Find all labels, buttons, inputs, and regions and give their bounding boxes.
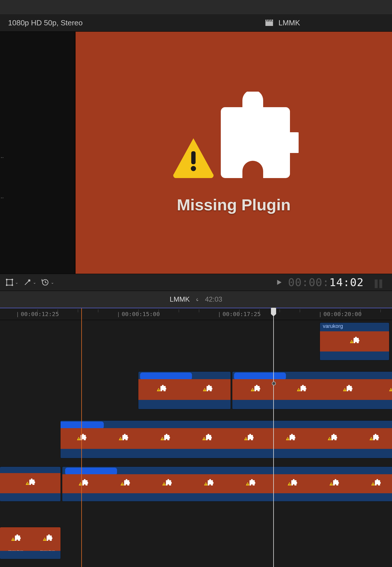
missing-plugin-graphic [287,479,297,485]
clip-audio-lane[interactable] [138,400,231,409]
transform-icon [6,279,13,286]
ruler-mark[interactable]: 00:00:12:25 [17,308,59,320]
timeline-clip[interactable]: varukorgMissing PluginMissing Plugin [320,323,389,360]
timeline-duration: 42:03 [205,295,222,303]
timeline-clip[interactable]: Missing PluginMissing PluginMissing Plug… [62,467,392,501]
timeline-clip[interactable]: Missing PluginMissing Plugin [0,527,61,559]
warning-icon [169,135,218,178]
missing-plugin-graphic [329,479,339,485]
app-titlebar [0,0,392,14]
ellipsis-icon: .. [1,193,4,200]
timeline-clip[interactable]: Missing PluginMissing PluginMissing Plug… [138,372,231,409]
wand-icon [24,279,31,286]
play-button[interactable] [275,279,283,286]
audio-meters[interactable] [375,277,386,288]
timeline-header: ‹ LMMK ⌄ 42:03 [0,291,392,308]
missing-plugin-graphic [120,479,130,485]
missing-plugin-graphic [286,434,295,440]
clip-audio-lane[interactable] [0,551,61,559]
ruler-mark[interactable]: 00:00:15:00 [118,308,160,320]
missing-plugin-graphic [297,385,306,391]
viewer-canvas[interactable]: Missing Plugin [75,32,392,274]
missing-plugin-graphic [43,534,52,540]
project-name: LMMK [278,18,300,27]
missing-plugin-graphic [169,92,299,178]
ruler-mark[interactable]: 00:00:20:00 [320,308,361,320]
timecode-display[interactable]: 00:00:14:02 [288,276,364,289]
missing-plugin-graphic [369,434,379,440]
timeline-clip[interactable]: Missing PluginMissing Plugin [0,467,61,501]
missing-plugin-graphic [203,385,212,391]
puzzle-icon [212,92,299,178]
missing-plugin-graphic [250,385,260,391]
clip-thumbnails: Missing PluginMissing Plugin [0,473,61,493]
clip-audio-lane[interactable] [0,493,61,501]
ellipsis-icon: .. [1,153,4,159]
transport-bar: ⌄ ⌄ ⌄ 00:00:14:02 [0,274,392,291]
clip-thumbnails: Missing PluginMissing Plugin [0,527,61,551]
chevron-down-icon: ⌄ [51,280,54,285]
clip-audio-lane[interactable] [61,449,392,458]
timeline[interactable]: 00:00:12:2500:00:15:0000:00:17:2500:00:2… [0,308,392,567]
missing-plugin-graphic [78,479,88,485]
missing-plugin-graphic [157,385,166,391]
clip-audio-lane[interactable] [62,493,392,501]
timeline-clip[interactable]: Missing PluginMissing PluginMissing Plug… [232,372,392,409]
ruler-label: 00:00:15:00 [122,311,160,317]
clapper-icon [265,20,273,26]
missing-plugin-graphic [118,434,128,440]
timecode-prefix: 00:00: [288,276,329,289]
playhead[interactable] [273,308,274,567]
ruler-label: 00:00:12:25 [21,311,59,317]
missing-plugin-graphic [350,337,359,343]
viewer-left-gutter: .. .. [0,32,75,274]
missing-plugin-graphic [389,385,392,391]
clip-title: varukorg [320,323,389,331]
missing-plugin-graphic [204,479,214,485]
timeline-back-button[interactable]: ‹ [196,296,198,303]
edit-point-marker[interactable] [272,381,276,385]
ruler-label: 00:00:20:00 [323,311,361,317]
chevron-down-icon: ⌄ [33,280,36,285]
missing-plugin-graphic [244,434,254,440]
clip-thumbnails: Missing PluginMissing PluginMissing Plug… [232,379,392,400]
clip-thumbnails: Missing PluginMissing PluginMissing Plug… [61,428,392,449]
missing-plugin-graphic [162,479,172,485]
clip-audio-lane[interactable] [320,351,389,360]
clip-thumbnails: Missing PluginMissing PluginMissing Plug… [138,379,231,400]
missing-plugin-label: Missing Plugin [177,195,291,214]
missing-plugin-graphic [11,534,21,540]
transform-tool-button[interactable]: ⌄ [6,279,18,286]
timeline-clip[interactable]: Missing PluginMissing PluginMissing Plug… [61,421,392,458]
timecode-value: 14:02 [329,276,364,289]
playhead-knob[interactable] [271,308,276,314]
viewer-panel: .. .. Missing Plugin [0,32,392,274]
missing-plugin-graphic [25,478,35,485]
timeline-tracks[interactable]: varukorgMissing PluginMissing PluginMiss… [0,320,392,567]
format-label: 1080p HD 50p, Stereo [0,18,83,27]
viewer-info-bar: 1080p HD 50p, Stereo LMMK [0,14,392,32]
missing-plugin-graphic [343,385,353,391]
clip-audio-lane[interactable] [232,400,392,409]
clip-thumbnails: Missing PluginMissing Plugin [320,331,389,351]
timeline-project-name[interactable]: LMMK [170,295,190,303]
chevron-down-icon: ⌄ [15,280,18,285]
skimmer[interactable] [81,308,82,567]
retime-icon [42,279,49,286]
ruler-label: 00:00:17:25 [223,311,261,317]
enhance-tool-button[interactable]: ⌄ [24,279,36,286]
timeline-ruler[interactable]: 00:00:12:2500:00:15:0000:00:17:2500:00:2… [0,308,392,320]
missing-plugin-graphic [202,434,212,440]
missing-plugin-graphic [246,479,255,485]
project-indicator[interactable]: LMMK [265,18,300,27]
ruler-mark[interactable]: 00:00:17:25 [219,308,261,320]
clip-thumbnails: Missing PluginMissing PluginMissing Plug… [62,474,392,493]
missing-plugin-graphic [371,479,381,485]
missing-plugin-graphic [160,434,170,440]
retime-tool-button[interactable]: ⌄ [42,279,54,286]
missing-plugin-graphic [327,434,337,440]
